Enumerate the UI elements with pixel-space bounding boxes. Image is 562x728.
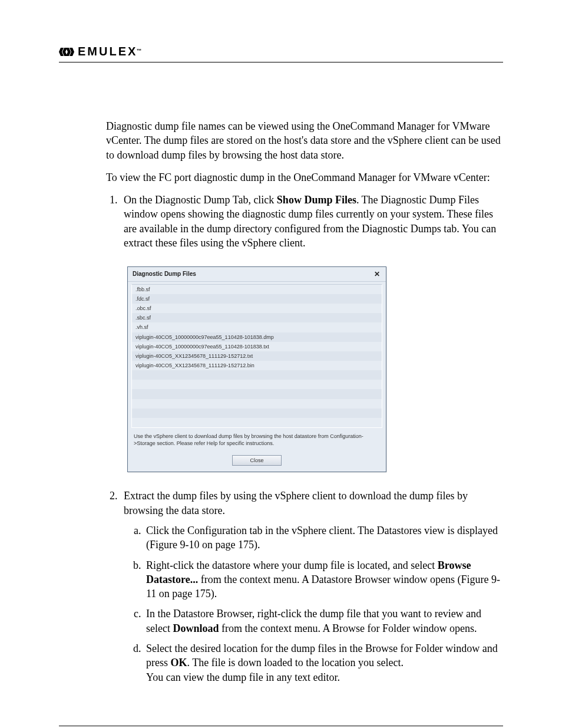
list-item[interactable]: [132, 380, 382, 389]
step-2c: In the Datastore Browser, right-click th…: [144, 607, 503, 635]
instruction-list: On the Diagnostic Dump Tab, click Show D…: [106, 193, 503, 684]
list-item[interactable]: .obc.sf: [132, 304, 382, 313]
list-item[interactable]: .fdc.sf: [132, 294, 382, 304]
step-2d-followup: You can view the dump file in any text e…: [146, 670, 503, 684]
step-2b-pre: Right-click the datastore where your dum…: [146, 559, 438, 571]
footer-rule: [59, 726, 503, 726]
step-1-bold: Show Dump Files: [277, 194, 356, 206]
step-2c-post: from the context menu. A Browse for Fold…: [219, 622, 477, 634]
list-item[interactable]: [132, 409, 382, 418]
page-header: EMULEX ™: [59, 45, 503, 62]
step-2c-bold: Download: [173, 622, 219, 634]
trademark-symbol: ™: [136, 48, 141, 54]
dialog-footer: Close: [128, 452, 386, 472]
list-item[interactable]: .fbb.sf: [132, 285, 382, 294]
list-item[interactable]: .sbc.sf: [132, 313, 382, 322]
dialog-figure: Diagnostic Dump Files ✕ .fbb.sf.fdc.sf.o…: [127, 266, 503, 472]
step-2a: Click the Configuration tab in the vSphe…: [144, 523, 503, 552]
step-2d: Select the desired location for the dump…: [144, 641, 503, 684]
step-2d-bold: OK: [171, 657, 187, 668]
brand-name: EMULEX: [78, 45, 137, 58]
dump-file-list[interactable]: .fbb.sf.fdc.sf.obc.sf.sbc.sf.vh.sfviplug…: [131, 284, 382, 428]
list-item[interactable]: viplugin-40CO5_XX12345678_111129-152712.…: [132, 361, 382, 370]
close-button[interactable]: Close: [232, 455, 282, 466]
intro-paragraph-2: To view the FC port diagnostic dump in t…: [106, 170, 503, 185]
close-icon[interactable]: ✕: [373, 271, 381, 278]
step-2d-post: . The file is down loaded to the locatio…: [187, 657, 404, 668]
dialog-hint-text: Use the vSphere client to download dump …: [128, 430, 386, 452]
step-2-substeps: Click the Configuration tab in the vSphe…: [124, 523, 503, 684]
dialog-titlebar: Diagnostic Dump Files ✕: [128, 267, 386, 282]
list-item[interactable]: [132, 399, 382, 409]
diagnostic-dump-files-dialog: Diagnostic Dump Files ✕ .fbb.sf.fdc.sf.o…: [127, 266, 386, 472]
intro-paragraph-1: Diagnostic dump file names can be viewed…: [106, 119, 503, 162]
step-2-text: Extract the dump files by using the vSph…: [124, 490, 468, 516]
list-item[interactable]: viplugin-40CO5_10000000c97eea55_110428-1…: [132, 342, 382, 351]
step-2: Extract the dump files by using the vSph…: [120, 489, 503, 684]
step-1: On the Diagnostic Dump Tab, click Show D…: [120, 193, 503, 472]
emulex-logo-icon: [59, 47, 74, 57]
document-page: EMULEX ™ Diagnostic dump file names can …: [0, 0, 562, 728]
list-item[interactable]: viplugin-40CO5_10000000c97eea55_110428-1…: [132, 332, 382, 342]
body-content: Diagnostic dump file names can be viewed…: [106, 119, 503, 684]
step-2b: Right-click the datastore where your dum…: [144, 558, 503, 601]
list-item[interactable]: [132, 418, 382, 427]
list-item[interactable]: viplugin-40CO5_XX12345678_111129-152712.…: [132, 351, 382, 361]
list-item[interactable]: .vh.sf: [132, 322, 382, 332]
list-item[interactable]: [132, 370, 382, 380]
step-1-text-pre: On the Diagnostic Dump Tab, click: [124, 194, 277, 206]
dialog-title-text: Diagnostic Dump Files: [133, 270, 196, 278]
list-item[interactable]: [132, 389, 382, 398]
step-2b-post: from the context menu. A Datastore Brows…: [146, 574, 500, 599]
step-2a-text: Click the Configuration tab in the vSphe…: [146, 525, 498, 551]
